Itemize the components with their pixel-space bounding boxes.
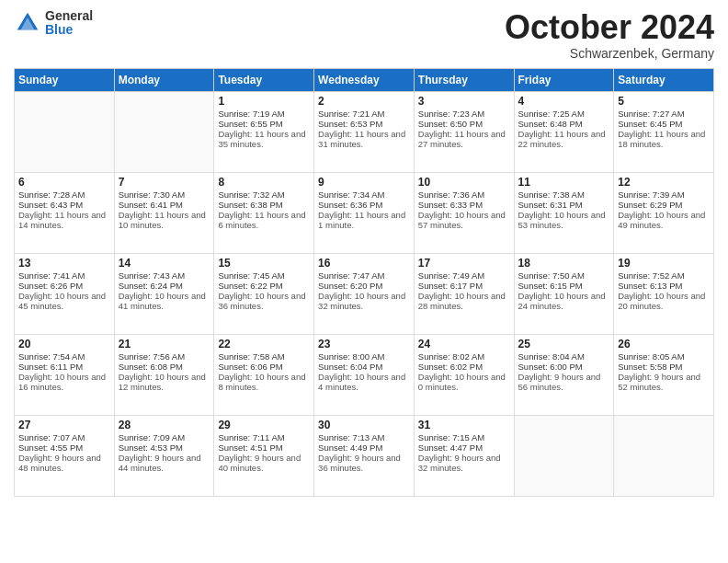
week-row-2: 6Sunrise: 7:28 AMSunset: 6:43 PMDaylight… (15, 172, 714, 253)
daylight-text: Daylight: 9 hours and 32 minutes. (418, 453, 510, 473)
sunset-text: Sunset: 6:20 PM (318, 281, 410, 291)
sunset-text: Sunset: 6:29 PM (618, 200, 710, 210)
cal-cell: 25Sunrise: 8:04 AMSunset: 6:00 PMDayligh… (514, 334, 614, 415)
sunset-text: Sunset: 6:45 PM (618, 119, 710, 129)
day-number: 10 (418, 176, 510, 189)
sunset-text: Sunset: 6:17 PM (418, 281, 510, 291)
sunrise-text: Sunrise: 8:02 AM (418, 351, 510, 362)
day-number: 23 (318, 338, 410, 350)
daylight-text: Daylight: 10 hours and 20 minutes. (618, 291, 710, 311)
week-row-1: 1Sunrise: 7:19 AMSunset: 6:55 PMDaylight… (15, 91, 714, 172)
sunrise-text: Sunrise: 7:49 AM (418, 270, 510, 281)
logo-text: General Blue (45, 9, 93, 38)
sunrise-text: Sunrise: 7:09 AM (119, 432, 210, 442)
cal-cell (114, 91, 214, 172)
day-number: 9 (318, 176, 410, 189)
sunrise-text: Sunrise: 7:43 AM (119, 270, 210, 281)
day-number: 11 (518, 176, 610, 189)
daylight-text: Daylight: 11 hours and 1 minute. (318, 210, 410, 230)
cal-cell: 11Sunrise: 7:38 AMSunset: 6:31 PMDayligh… (514, 172, 614, 253)
day-number: 3 (418, 95, 510, 108)
daylight-text: Daylight: 9 hours and 56 minutes. (518, 372, 610, 392)
day-number: 20 (18, 338, 110, 350)
daylight-text: Daylight: 10 hours and 53 minutes. (518, 210, 610, 230)
day-header-saturday: Saturday (614, 68, 714, 91)
day-number: 4 (518, 95, 610, 108)
cal-cell (514, 415, 614, 496)
daylight-text: Daylight: 10 hours and 57 minutes. (418, 210, 510, 230)
sunrise-text: Sunrise: 7:54 AM (18, 351, 110, 362)
subtitle: Schwarzenbek, Germany (505, 46, 714, 61)
sunrise-text: Sunrise: 7:39 AM (618, 190, 710, 200)
day-number: 14 (119, 257, 210, 270)
cal-cell: 21Sunrise: 7:56 AMSunset: 6:08 PMDayligh… (114, 334, 214, 415)
sunset-text: Sunset: 6:33 PM (418, 200, 510, 210)
daylight-text: Daylight: 10 hours and 16 minutes. (18, 372, 110, 392)
sunrise-text: Sunrise: 7:52 AM (618, 270, 710, 281)
cal-cell: 16Sunrise: 7:47 AMSunset: 6:20 PMDayligh… (314, 253, 415, 334)
daylight-text: Daylight: 11 hours and 14 minutes. (18, 210, 110, 230)
sunset-text: Sunset: 6:43 PM (18, 200, 110, 210)
day-number: 5 (618, 95, 710, 108)
sunrise-text: Sunrise: 7:34 AM (318, 190, 410, 200)
sunrise-text: Sunrise: 7:23 AM (418, 109, 510, 119)
month-title: October 2024 (505, 9, 714, 46)
daylight-text: Daylight: 10 hours and 28 minutes. (418, 291, 510, 311)
cal-cell: 22Sunrise: 7:58 AMSunset: 6:06 PMDayligh… (214, 334, 314, 415)
sunset-text: Sunset: 6:02 PM (418, 362, 510, 372)
sunrise-text: Sunrise: 7:38 AM (518, 190, 610, 200)
sunset-text: Sunset: 6:53 PM (318, 119, 410, 129)
cal-cell: 2Sunrise: 7:21 AMSunset: 6:53 PMDaylight… (314, 91, 415, 172)
week-row-3: 13Sunrise: 7:41 AMSunset: 6:26 PMDayligh… (15, 253, 714, 334)
day-number: 1 (218, 95, 310, 108)
day-number: 24 (418, 338, 510, 350)
cal-cell: 18Sunrise: 7:50 AMSunset: 6:15 PMDayligh… (514, 253, 614, 334)
daylight-text: Daylight: 10 hours and 24 minutes. (518, 291, 610, 311)
daylight-text: Daylight: 9 hours and 48 minutes. (18, 453, 110, 473)
sunrise-text: Sunrise: 7:58 AM (218, 351, 310, 362)
sunrise-text: Sunrise: 7:41 AM (18, 270, 110, 281)
day-number: 28 (119, 419, 210, 431)
day-number: 30 (318, 419, 410, 431)
cal-cell: 28Sunrise: 7:09 AMSunset: 4:53 PMDayligh… (114, 415, 214, 496)
cal-cell (15, 91, 115, 172)
day-number: 6 (18, 176, 110, 189)
sunrise-text: Sunrise: 7:56 AM (119, 351, 210, 362)
sunset-text: Sunset: 6:38 PM (218, 200, 310, 210)
daylight-text: Daylight: 11 hours and 31 minutes. (318, 129, 410, 149)
title-block: October 2024 Schwarzenbek, Germany (505, 9, 714, 61)
week-row-5: 27Sunrise: 7:07 AMSunset: 4:55 PMDayligh… (15, 415, 714, 496)
daylight-text: Daylight: 10 hours and 45 minutes. (18, 291, 110, 311)
day-header-thursday: Thursday (414, 68, 514, 91)
sunrise-text: Sunrise: 7:07 AM (18, 432, 110, 442)
day-number: 2 (318, 95, 410, 108)
cal-cell: 24Sunrise: 8:02 AMSunset: 6:02 PMDayligh… (414, 334, 514, 415)
sunrise-text: Sunrise: 8:04 AM (518, 351, 610, 362)
daylight-text: Daylight: 11 hours and 10 minutes. (119, 210, 210, 230)
day-number: 16 (318, 257, 410, 270)
sunset-text: Sunset: 6:31 PM (518, 200, 610, 210)
cal-cell: 14Sunrise: 7:43 AMSunset: 6:24 PMDayligh… (114, 253, 214, 334)
sunrise-text: Sunrise: 7:50 AM (518, 270, 610, 281)
sunset-text: Sunset: 6:11 PM (18, 362, 110, 372)
day-header-sunday: Sunday (15, 68, 115, 91)
logo: General Blue (14, 9, 93, 38)
sunrise-text: Sunrise: 7:45 AM (218, 270, 310, 281)
cal-cell: 13Sunrise: 7:41 AMSunset: 6:26 PMDayligh… (15, 253, 115, 334)
sunset-text: Sunset: 4:49 PM (318, 442, 410, 453)
daylight-text: Daylight: 9 hours and 52 minutes. (618, 372, 710, 392)
cal-cell: 23Sunrise: 8:00 AMSunset: 6:04 PMDayligh… (314, 334, 415, 415)
day-number: 15 (218, 257, 310, 270)
daylight-text: Daylight: 10 hours and 49 minutes. (618, 210, 710, 230)
sunrise-text: Sunrise: 7:28 AM (18, 190, 110, 200)
day-number: 25 (518, 338, 610, 350)
day-number: 31 (418, 419, 510, 431)
daylight-text: Daylight: 10 hours and 0 minutes. (418, 372, 510, 392)
cal-cell: 15Sunrise: 7:45 AMSunset: 6:22 PMDayligh… (214, 253, 314, 334)
cal-cell: 17Sunrise: 7:49 AMSunset: 6:17 PMDayligh… (414, 253, 514, 334)
day-header-wednesday: Wednesday (314, 68, 415, 91)
week-row-4: 20Sunrise: 7:54 AMSunset: 6:11 PMDayligh… (15, 334, 714, 415)
sunrise-text: Sunrise: 7:25 AM (518, 109, 610, 119)
sunset-text: Sunset: 6:26 PM (18, 281, 110, 291)
sunrise-text: Sunrise: 7:13 AM (318, 432, 410, 442)
